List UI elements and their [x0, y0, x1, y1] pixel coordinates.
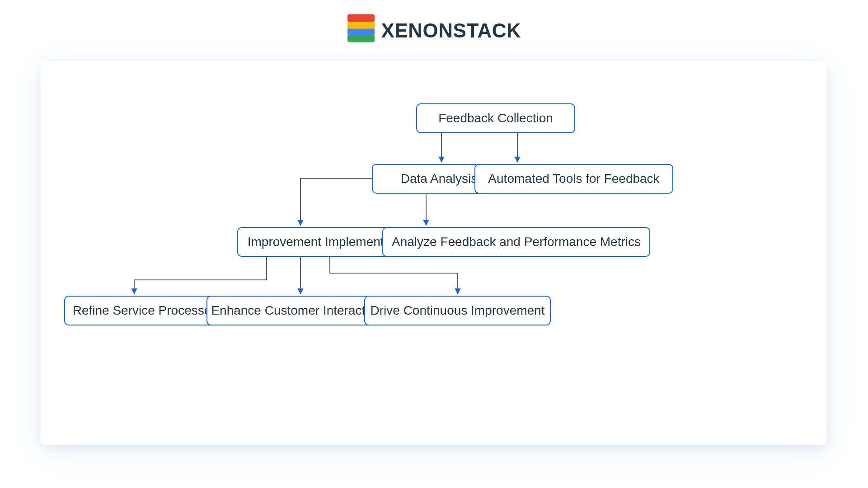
node-automated-tools: Automated Tools for Feedback: [474, 164, 673, 194]
node-drive-continuous-improvement: Drive Continuous Improvement: [364, 296, 551, 325]
node-analyze-feedback-metrics: Analyze Feedback and Performance Metrics: [382, 227, 650, 257]
xenonstack-logo-icon: [347, 14, 375, 47]
header: XENONSTACK: [347, 14, 521, 47]
node-feedback-collection: Feedback Collection: [416, 103, 575, 133]
node-refine-service-processes: Refine Service Processes: [64, 296, 226, 325]
diagram-canvas: Feedback Collection Data Analysis Automa…: [41, 61, 827, 445]
brand-name: XENONSTACK: [381, 19, 521, 42]
